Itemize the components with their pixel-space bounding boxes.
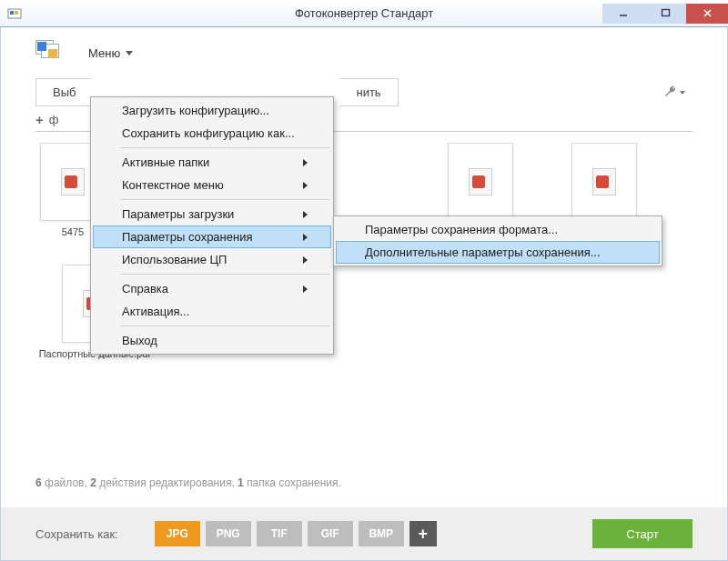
pdf-icon bbox=[61, 168, 85, 195]
client-area: Меню Выб нить + ф 5475 f Заявка.p bbox=[0, 27, 728, 561]
menu-separator bbox=[120, 274, 329, 275]
titlebar: Фотоконвертер Стандарт bbox=[0, 0, 728, 27]
chevron-down-icon bbox=[126, 51, 133, 55]
apply-label: нить bbox=[356, 85, 380, 99]
status-folders-count: 1 bbox=[238, 476, 244, 489]
menu-item-load-config[interactable]: Загрузить конфигурацию... bbox=[93, 99, 331, 122]
window-title: Фотоконвертер Стандарт bbox=[0, 6, 728, 20]
menu-item-context-menu[interactable]: Контекстное меню bbox=[93, 174, 331, 196]
status-files-count: 6 bbox=[35, 476, 42, 489]
start-button[interactable]: Старт bbox=[592, 519, 693, 548]
pdf-icon bbox=[592, 168, 616, 195]
format-tif-button[interactable]: TIF bbox=[257, 521, 302, 546]
format-png-button[interactable]: PNG bbox=[206, 521, 251, 546]
menu-separator bbox=[120, 199, 329, 200]
submenu-arrow-icon bbox=[303, 211, 308, 218]
submenu-arrow-icon bbox=[303, 159, 308, 166]
menu-item-cpu-usage[interactable]: Использование ЦП bbox=[93, 248, 331, 271]
submenu-arrow-icon bbox=[303, 234, 308, 241]
menu-item-active-folders[interactable]: Активные папки bbox=[93, 151, 331, 174]
file-thumbnail bbox=[448, 143, 513, 221]
submenu-arrow-icon bbox=[303, 286, 308, 293]
menu-separator bbox=[120, 326, 329, 326]
status-folders-word: папка сохранения. bbox=[247, 476, 341, 489]
settings-tool-button[interactable] bbox=[656, 78, 693, 106]
format-jpg-button[interactable]: JPG bbox=[155, 521, 200, 546]
wrench-icon bbox=[663, 84, 678, 101]
save-as-label: Сохранить как: bbox=[35, 527, 118, 541]
file-thumbnail bbox=[571, 143, 637, 221]
apply-button-truncated[interactable]: нить bbox=[339, 78, 398, 106]
pdf-icon bbox=[469, 168, 492, 195]
select-label: Выб bbox=[53, 85, 76, 99]
app-logo-icon bbox=[35, 40, 65, 65]
menu-item-load-params[interactable]: Параметры загрузки bbox=[93, 203, 331, 225]
menu-item-exit[interactable]: Выход bbox=[93, 329, 331, 352]
top-toolbar: Меню bbox=[1, 27, 727, 78]
menu-label: Меню bbox=[88, 46, 120, 60]
status-actions-count: 2 bbox=[90, 476, 96, 489]
add-label-truncated: ф bbox=[49, 113, 59, 126]
menu-popup: Загрузить конфигурацию... Сохранить конф… bbox=[90, 96, 334, 355]
menu-dropdown-button[interactable]: Меню bbox=[77, 41, 144, 65]
status-actions-word: действия редактирования, bbox=[99, 476, 235, 489]
format-bmp-button[interactable]: BMP bbox=[359, 521, 404, 546]
submenu-arrow-icon bbox=[303, 182, 308, 189]
menu-item-activation[interactable]: Активация... bbox=[93, 300, 331, 323]
menu-separator bbox=[120, 147, 329, 148]
status-text: 6 файлов, 2 действия редактирования, 1 п… bbox=[35, 476, 341, 489]
format-gif-button[interactable]: GIF bbox=[308, 521, 353, 546]
submenu-save-params: Параметры сохранения формата... Дополнит… bbox=[333, 215, 662, 266]
format-add-button[interactable]: + bbox=[410, 521, 437, 546]
submenu-item-format-save-params[interactable]: Параметры сохранения формата... bbox=[336, 218, 660, 241]
submenu-arrow-icon bbox=[303, 256, 308, 264]
status-files-word: файлов, bbox=[45, 476, 87, 489]
menu-item-help[interactable]: Справка bbox=[93, 277, 331, 300]
menu-item-save-params[interactable]: Параметры сохранения bbox=[93, 225, 331, 248]
bottom-bar: Сохранить как: JPG PNG TIF GIF BMP + Ста… bbox=[1, 507, 727, 560]
select-button-truncated[interactable]: Выб bbox=[35, 78, 92, 106]
chevron-down-icon bbox=[680, 91, 685, 95]
plus-icon: + bbox=[35, 112, 44, 127]
submenu-item-additional-save-params[interactable]: Дополнительные параметры сохранения... bbox=[336, 241, 660, 264]
menu-item-save-config-as[interactable]: Сохранить конфигурацию как... bbox=[93, 122, 331, 145]
